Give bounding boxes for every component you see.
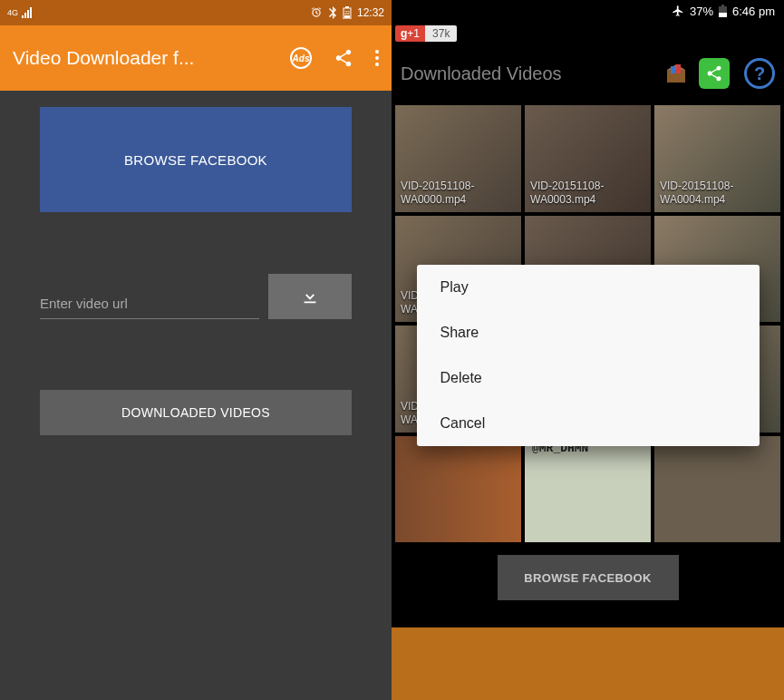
share-button[interactable] <box>699 58 730 89</box>
video-thumb[interactable]: VID-20151108-WA0000.mp4 <box>395 105 521 212</box>
bottom-orange-area <box>392 627 784 700</box>
dialog-delete-item[interactable]: Delete <box>417 355 760 401</box>
downloaded-videos-button[interactable]: DOWNLOADED VIDEOS <box>40 390 352 435</box>
context-menu-dialog: Play Share Delete Cancel <box>417 265 760 446</box>
help-button[interactable]: ? <box>744 58 775 89</box>
battery-icon: 22 <box>343 6 352 19</box>
download-icon <box>300 287 320 306</box>
overflow-menu-icon[interactable] <box>375 50 379 66</box>
dialog-play-item[interactable]: Play <box>417 265 760 310</box>
svg-rect-9 <box>676 64 681 73</box>
svg-rect-5 <box>719 13 727 17</box>
battery-percent: 37% <box>690 5 713 18</box>
app-bar: Video Downloader f... Ads <box>0 25 392 91</box>
svg-rect-2 <box>344 15 350 18</box>
video-filename: VID-20151108-WA0004.mp4 <box>660 180 780 207</box>
video-filename: VID-20151108-WA0000.mp4 <box>401 180 521 207</box>
battery-icon <box>719 5 727 17</box>
ads-badge-icon[interactable]: Ads <box>290 47 312 69</box>
help-icon: ? <box>754 63 765 84</box>
download-button[interactable] <box>268 274 352 319</box>
bottom-bar: BROWSE FACEBOOK <box>392 546 784 627</box>
bluetooth-icon <box>328 6 337 19</box>
gplus-button[interactable]: g+1 37k <box>395 25 457 42</box>
svg-text:22: 22 <box>344 10 350 15</box>
browse-facebook-button[interactable]: BROWSE FACEBOOK <box>498 555 679 600</box>
status-time: 6:46 pm <box>732 5 775 18</box>
phone-right: 37% 6:46 pm g+1 37k Downloaded Videos ? … <box>392 0 784 700</box>
phone-left: 4G 22 12:32 Video Downloader f... Ads BR… <box>0 0 392 700</box>
url-row <box>40 274 352 319</box>
gplus-count: 37k <box>425 25 457 42</box>
dialog-share-item[interactable]: Share <box>417 310 760 355</box>
svg-rect-6 <box>721 5 724 6</box>
airplane-mode-icon <box>672 5 684 17</box>
svg-rect-1 <box>345 6 349 8</box>
share-icon <box>705 64 723 83</box>
video-thumb[interactable] <box>395 436 521 543</box>
video-thumb[interactable]: VID-20151108-WA0004.mp4 <box>654 105 780 212</box>
svg-rect-8 <box>671 66 675 73</box>
app-bar: Downloaded Videos ? <box>392 45 784 102</box>
status-bar: 4G 22 12:32 <box>0 0 392 25</box>
main-body: BROWSE FACEBOOK DOWNLOADED VIDEOS <box>0 91 392 700</box>
share-icon[interactable] <box>334 48 353 68</box>
gplus-badge: g+1 <box>395 25 425 42</box>
video-thumb[interactable]: @MR_DHMN <box>525 436 651 543</box>
video-thumb[interactable]: VID-20151108-WA0003.mp4 <box>525 105 651 212</box>
browse-facebook-button[interactable]: BROWSE FACEBOOK <box>40 107 352 212</box>
video-thumb[interactable] <box>654 436 780 543</box>
video-url-input[interactable] <box>40 290 259 319</box>
app-title: Video Downloader f... <box>13 47 276 69</box>
dialog-cancel-item[interactable]: Cancel <box>417 401 760 446</box>
status-time: 12:32 <box>357 6 384 19</box>
page-title: Downloaded Videos <box>401 63 653 84</box>
alarm-icon <box>310 6 323 19</box>
network-type-label: 4G <box>7 8 18 17</box>
status-bar: 37% 6:46 pm <box>392 0 784 22</box>
video-filename: VID-20151108-WA0003.mp4 <box>530 180 651 207</box>
apps-icon[interactable] <box>663 60 690 87</box>
gplus-row: g+1 37k <box>392 22 784 45</box>
signal-icon <box>22 7 34 18</box>
